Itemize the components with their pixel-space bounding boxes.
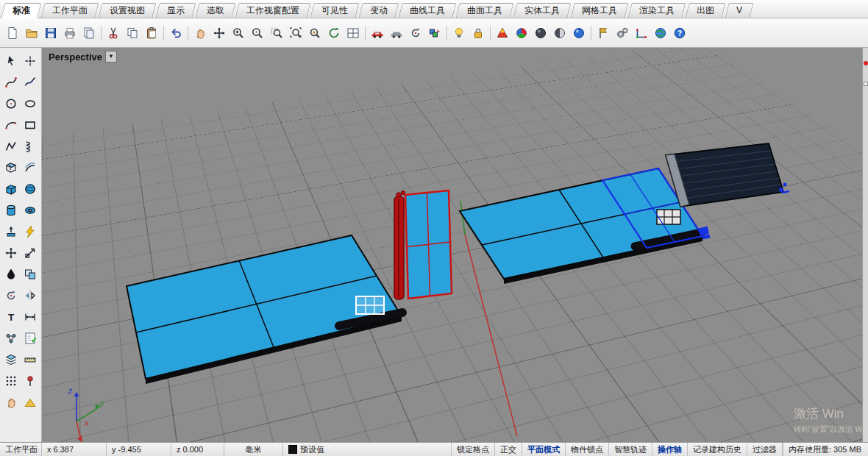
polyline-icon[interactable] bbox=[1, 137, 21, 156]
arc-icon[interactable] bbox=[1, 115, 21, 135]
viewport-canvas[interactable]: z y x bbox=[42, 48, 862, 442]
pan-icon[interactable] bbox=[191, 24, 210, 43]
status-toggle-ortho[interactable]: 正交 bbox=[495, 443, 522, 456]
tab-display[interactable]: 显示 bbox=[157, 3, 194, 18]
zoom-in-icon[interactable] bbox=[229, 24, 248, 43]
interp-curve-icon[interactable] bbox=[21, 73, 40, 92]
tab-render-tools[interactable]: 渲染工具 bbox=[630, 3, 684, 18]
cut-icon[interactable] bbox=[104, 24, 123, 43]
extrude-icon[interactable] bbox=[1, 222, 21, 241]
blend-icon[interactable] bbox=[1, 265, 21, 284]
zoom-car-icon[interactable] bbox=[387, 24, 406, 43]
status-toggle-filter[interactable]: 过滤器 bbox=[747, 443, 783, 456]
sweep-icon[interactable] bbox=[21, 158, 40, 177]
render-icon[interactable] bbox=[493, 24, 512, 43]
viewport-menu-caret-icon[interactable]: ▼ bbox=[105, 51, 117, 63]
rendered-view-icon[interactable] bbox=[569, 24, 588, 43]
tab-curve-tools[interactable]: 曲线工具 bbox=[400, 3, 455, 18]
delete-wedge-icon[interactable] bbox=[21, 393, 40, 412]
helix-icon[interactable] bbox=[21, 137, 40, 156]
rectangle-icon[interactable] bbox=[21, 115, 40, 135]
tab-solid-tools[interactable]: 实体工具 bbox=[515, 3, 569, 18]
ruler-icon[interactable] bbox=[21, 350, 40, 369]
zoom-extents-icon[interactable] bbox=[286, 24, 305, 43]
pan-hand-icon[interactable] bbox=[1, 393, 21, 412]
color-wheel-icon[interactable] bbox=[512, 24, 531, 43]
circle-icon[interactable] bbox=[1, 94, 21, 113]
cplane-pane[interactable]: 工作平面 bbox=[0, 443, 42, 456]
tab-drafting[interactable]: 出图 bbox=[687, 3, 724, 18]
status-toggle-gumball[interactable]: 操作轴 bbox=[652, 443, 688, 456]
status-toggle-smarttrack[interactable]: 智慧轨迹 bbox=[609, 443, 652, 456]
status-toggle-osnap[interactable]: 物件锁点 bbox=[566, 443, 609, 456]
zoom-selected-icon[interactable] bbox=[305, 24, 324, 43]
lock-icon[interactable] bbox=[469, 24, 488, 43]
color-swatch-icon[interactable] bbox=[425, 24, 444, 43]
options-gear-icon[interactable] bbox=[613, 24, 632, 43]
units-pane[interactable]: 毫米 bbox=[224, 443, 283, 456]
rotate-view-icon[interactable] bbox=[324, 24, 344, 43]
pin-icon[interactable] bbox=[21, 371, 40, 391]
layer-pane[interactable]: 预设值 bbox=[283, 443, 452, 456]
torus-icon[interactable] bbox=[21, 201, 40, 220]
copy-object-icon[interactable] bbox=[21, 265, 40, 284]
checklist-icon[interactable] bbox=[21, 329, 40, 348]
web-globe-icon[interactable] bbox=[651, 24, 670, 43]
group-icon[interactable] bbox=[1, 329, 21, 348]
solar-panel-upright-selected[interactable] bbox=[394, 190, 452, 299]
tab-mesh-tools[interactable]: 网格工具 bbox=[572, 3, 627, 18]
flag-icon[interactable] bbox=[594, 24, 613, 43]
tab-transform[interactable]: 变动 bbox=[360, 3, 397, 18]
ghosted-view-icon[interactable] bbox=[550, 24, 569, 43]
status-toggle-planar[interactable]: 平面模式 bbox=[522, 443, 566, 456]
named-view-car-icon[interactable] bbox=[368, 24, 387, 43]
status-toggle-record-history[interactable]: 记录建构历史 bbox=[688, 443, 747, 456]
cplane-axes-icon[interactable] bbox=[632, 24, 651, 43]
visibility-bulb-icon[interactable] bbox=[449, 24, 469, 43]
surface-icon[interactable] bbox=[1, 158, 21, 177]
save-icon[interactable] bbox=[41, 24, 60, 43]
box-icon[interactable] bbox=[1, 179, 21, 199]
open-file-icon[interactable] bbox=[22, 24, 41, 43]
layers-icon[interactable] bbox=[1, 350, 21, 369]
tab-cplane[interactable]: 工作平面 bbox=[43, 3, 97, 18]
curve-icon[interactable] bbox=[1, 73, 21, 92]
new-file-icon[interactable] bbox=[3, 24, 22, 43]
viewport-title[interactable]: Perspective bbox=[49, 51, 102, 63]
move-view-icon[interactable] bbox=[210, 24, 229, 43]
undo-icon[interactable] bbox=[166, 24, 185, 43]
status-toggle-grid-snap[interactable]: 锁定格点 bbox=[452, 443, 495, 456]
tab-more[interactable]: V bbox=[727, 3, 752, 18]
tab-viewport-layout[interactable]: 工作视窗配置 bbox=[237, 3, 309, 18]
paste-icon[interactable] bbox=[142, 24, 161, 43]
solar-panel-left[interactable] bbox=[127, 235, 402, 384]
copy-icon[interactable] bbox=[123, 24, 142, 43]
zoom-dynamic-icon[interactable] bbox=[248, 24, 267, 43]
perspective-viewport[interactable]: z y x Perspective ▼ 激活 Win 转到“设置”以激活 Win bbox=[42, 48, 862, 442]
tab-set-view[interactable]: 设置视图 bbox=[100, 3, 154, 18]
tab-visibility[interactable]: 可见性 bbox=[312, 3, 357, 18]
solar-panel-right[interactable] bbox=[460, 168, 710, 284]
tab-standard[interactable]: 标准 bbox=[3, 3, 40, 18]
sphere-icon[interactable] bbox=[21, 179, 40, 199]
export-icon[interactable] bbox=[79, 24, 99, 43]
rotate-icon[interactable] bbox=[1, 286, 21, 305]
print-icon[interactable] bbox=[60, 24, 79, 43]
scale-icon[interactable] bbox=[21, 243, 40, 263]
right-dock-edge[interactable] bbox=[862, 48, 868, 442]
mirror-icon[interactable] bbox=[21, 286, 40, 305]
zoom-window-icon[interactable] bbox=[267, 24, 286, 43]
select-arrow-icon[interactable] bbox=[1, 51, 21, 71]
tab-surface-tools[interactable]: 曲面工具 bbox=[458, 3, 512, 18]
wing-panel-dark[interactable] bbox=[666, 143, 789, 207]
shaded-view-icon[interactable] bbox=[531, 24, 550, 43]
array-icon[interactable] bbox=[1, 371, 21, 391]
viewport-title-menu[interactable]: Perspective ▼ bbox=[49, 51, 117, 63]
control-points-icon[interactable] bbox=[21, 51, 40, 71]
cylinder-icon[interactable] bbox=[1, 201, 21, 220]
text-icon[interactable]: T bbox=[1, 307, 21, 327]
ellipse-icon[interactable] bbox=[21, 94, 40, 113]
dimension-icon[interactable] bbox=[21, 307, 40, 327]
help-icon[interactable]: ? bbox=[670, 24, 689, 43]
fillet-icon[interactable] bbox=[21, 222, 40, 241]
